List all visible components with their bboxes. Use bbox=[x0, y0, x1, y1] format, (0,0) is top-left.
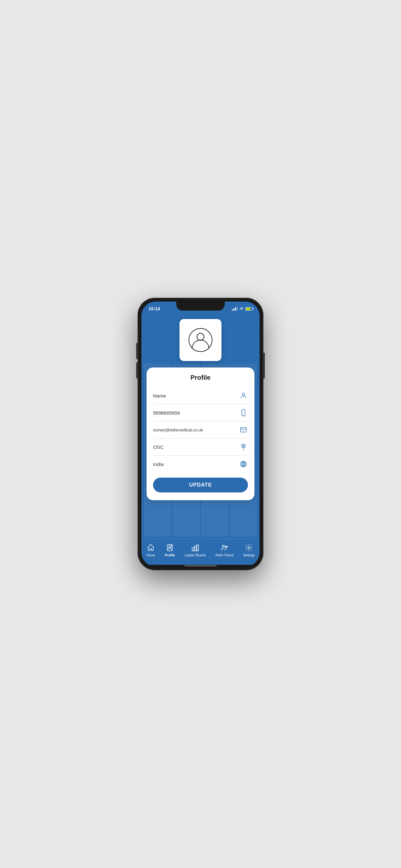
nav-leaderboards-label: Leader Boards bbox=[185, 554, 206, 557]
svg-point-2 bbox=[242, 393, 245, 396]
phone-value: 9996665656 bbox=[153, 410, 239, 415]
phone-icon bbox=[239, 408, 248, 417]
country-field[interactable]: India bbox=[153, 456, 248, 472]
wifi-icon bbox=[239, 307, 244, 311]
battery-icon bbox=[245, 307, 252, 311]
profile-nav-icon bbox=[165, 543, 174, 552]
nav-settings[interactable]: Settings bbox=[240, 542, 258, 558]
country-value: India bbox=[153, 461, 239, 467]
nav-refer[interactable]: Refer Friend bbox=[212, 542, 237, 558]
email-value: nurses@ieltsmedical.co.uk bbox=[153, 428, 239, 432]
badge-icon bbox=[239, 442, 248, 452]
leaderboards-icon bbox=[191, 543, 200, 552]
settings-icon bbox=[244, 543, 253, 552]
phone-frame: 10:14 bbox=[137, 298, 264, 570]
svg-line-10 bbox=[172, 545, 173, 545]
avatar-card bbox=[180, 319, 221, 361]
nav-refer-label: Refer Friend bbox=[215, 554, 234, 557]
content-area: Profile Name 9996665656 bbox=[142, 313, 259, 539]
name-field[interactable]: Name bbox=[153, 387, 248, 404]
svg-rect-14 bbox=[197, 545, 198, 551]
notch bbox=[176, 302, 225, 311]
svg-rect-13 bbox=[194, 546, 196, 551]
email-field[interactable]: nurses@ieltsmedical.co.uk bbox=[153, 422, 248, 438]
home-icon bbox=[146, 543, 155, 552]
globe-icon bbox=[239, 460, 248, 469]
org-field[interactable]: OSC bbox=[153, 438, 248, 456]
nav-profile[interactable]: Profile bbox=[162, 542, 178, 558]
home-indicator bbox=[142, 565, 259, 566]
profile-title: Profile bbox=[153, 374, 248, 381]
phone-screen: 10:14 bbox=[142, 302, 259, 566]
phone-field[interactable]: 9996665656 bbox=[153, 404, 248, 422]
nav-home-label: Home bbox=[147, 554, 155, 557]
update-button[interactable]: UPDATE bbox=[153, 477, 248, 492]
nav-leaderboards[interactable]: Leader Boards bbox=[181, 542, 209, 558]
svg-point-1 bbox=[197, 333, 204, 340]
svg-rect-12 bbox=[192, 548, 194, 551]
user-icon bbox=[239, 391, 248, 400]
svg-point-15 bbox=[222, 545, 225, 547]
profile-card: Profile Name 9996665656 bbox=[147, 368, 254, 500]
svg-point-9 bbox=[169, 546, 171, 548]
watermark-area: Profile Name 9996665656 bbox=[142, 361, 259, 539]
avatar-section bbox=[142, 313, 259, 361]
signal-icon bbox=[232, 307, 238, 311]
org-value: OSC bbox=[153, 444, 239, 450]
status-time: 10:14 bbox=[149, 306, 160, 311]
status-icons bbox=[232, 307, 252, 311]
refer-icon bbox=[220, 543, 229, 552]
nav-home[interactable]: Home bbox=[143, 542, 158, 558]
svg-point-17 bbox=[248, 547, 250, 549]
bottom-nav: Home Profile bbox=[142, 539, 259, 565]
name-value: Name bbox=[153, 393, 239, 399]
avatar-icon bbox=[188, 327, 213, 353]
nav-settings-label: Settings bbox=[243, 554, 255, 557]
nav-profile-label: Profile bbox=[165, 554, 175, 557]
email-icon bbox=[239, 425, 248, 434]
svg-rect-5 bbox=[241, 428, 246, 432]
